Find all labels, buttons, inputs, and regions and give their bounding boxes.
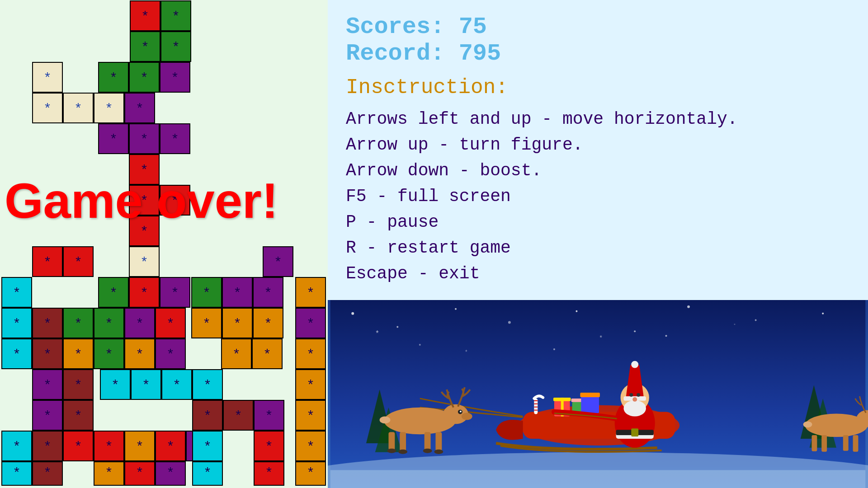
svg-point-173 bbox=[822, 313, 824, 314]
svg-text:*: * bbox=[307, 440, 315, 455]
svg-point-207 bbox=[632, 397, 637, 402]
record-display: Record: 795 bbox=[346, 40, 850, 67]
svg-point-169 bbox=[576, 310, 577, 312]
svg-text:*: * bbox=[263, 347, 271, 363]
right-panel: Scores: 75 Record: 795 Insctruction: Arr… bbox=[328, 0, 868, 488]
svg-text:*: * bbox=[166, 466, 175, 481]
svg-text:*: * bbox=[233, 286, 241, 301]
svg-rect-229 bbox=[853, 435, 859, 452]
svg-text:*: * bbox=[105, 466, 113, 481]
svg-text:*: * bbox=[203, 317, 211, 332]
svg-rect-214 bbox=[400, 432, 406, 451]
info-panel: Scores: 75 Record: 795 Insctruction: Arr… bbox=[328, 0, 868, 300]
svg-text:*: * bbox=[109, 71, 118, 86]
svg-text:*: * bbox=[375, 330, 380, 338]
svg-text:*: * bbox=[265, 440, 273, 455]
svg-text:*: * bbox=[136, 317, 144, 332]
santa-panel: * * * * bbox=[328, 300, 868, 488]
svg-text:*: * bbox=[203, 378, 212, 394]
instruction-line-2: Arrow up - turn figure. bbox=[346, 132, 850, 158]
svg-point-167 bbox=[455, 308, 457, 310]
svg-point-174 bbox=[419, 344, 421, 346]
svg-point-206 bbox=[637, 393, 640, 397]
svg-text:*: * bbox=[43, 466, 52, 481]
game-over-label: Game over! bbox=[5, 172, 278, 229]
svg-text:*: * bbox=[111, 378, 119, 394]
svg-text:*: * bbox=[234, 409, 242, 424]
svg-text:*: * bbox=[166, 347, 175, 363]
scores-display: Scores: 75 bbox=[346, 14, 850, 40]
svg-text:*: * bbox=[142, 378, 150, 394]
svg-rect-226 bbox=[811, 435, 817, 451]
svg-text:*: * bbox=[13, 286, 21, 301]
svg-rect-194 bbox=[581, 396, 599, 413]
svg-text:*: * bbox=[171, 132, 179, 148]
svg-text:*: * bbox=[465, 349, 468, 356]
svg-text:*: * bbox=[140, 71, 148, 86]
svg-point-217 bbox=[387, 449, 396, 453]
tetris-grid: * * * * * * * * * * * * * * * * bbox=[0, 0, 328, 488]
svg-point-170 bbox=[634, 330, 636, 332]
svg-rect-227 bbox=[821, 435, 827, 452]
svg-text:*: * bbox=[74, 317, 82, 332]
svg-text:*: * bbox=[43, 440, 52, 455]
svg-text:*: * bbox=[43, 71, 52, 86]
svg-text:*: * bbox=[232, 347, 241, 363]
svg-text:*: * bbox=[599, 335, 603, 342]
svg-rect-182 bbox=[330, 470, 866, 488]
svg-text:*: * bbox=[264, 286, 272, 301]
svg-rect-195 bbox=[580, 393, 600, 397]
svg-point-230 bbox=[803, 421, 812, 427]
svg-point-176 bbox=[665, 335, 667, 337]
svg-point-205 bbox=[629, 393, 633, 397]
svg-text:*: * bbox=[733, 323, 736, 328]
svg-text:*: * bbox=[43, 347, 52, 363]
instruction-line-7: Escape - exit bbox=[346, 261, 850, 286]
svg-text:*: * bbox=[140, 132, 148, 148]
svg-rect-213 bbox=[388, 432, 395, 450]
svg-text:*: * bbox=[140, 255, 148, 271]
svg-text:*: * bbox=[74, 347, 82, 363]
svg-point-175 bbox=[553, 348, 555, 350]
instruction-line-4: F5 - full screen bbox=[346, 183, 850, 209]
svg-text:*: * bbox=[203, 286, 211, 301]
svg-text:*: * bbox=[13, 347, 21, 363]
game-board: Game over! * * * * * * * * * * * * * bbox=[0, 0, 328, 488]
svg-text:*: * bbox=[203, 440, 212, 455]
svg-text:*: * bbox=[43, 317, 52, 332]
svg-text:*: * bbox=[264, 317, 272, 332]
svg-text:*: * bbox=[43, 409, 52, 424]
svg-point-165 bbox=[351, 312, 354, 315]
svg-text:*: * bbox=[203, 409, 212, 424]
svg-point-166 bbox=[396, 326, 398, 328]
svg-text:*: * bbox=[43, 102, 52, 117]
svg-text:*: * bbox=[109, 286, 118, 301]
instruction-line-5: P - pause bbox=[346, 209, 850, 235]
svg-point-212 bbox=[460, 411, 462, 413]
svg-text:*: * bbox=[74, 255, 82, 271]
svg-text:*: * bbox=[13, 317, 21, 332]
svg-text:*: * bbox=[307, 286, 315, 301]
svg-point-210 bbox=[462, 413, 472, 420]
svg-rect-228 bbox=[843, 435, 849, 451]
svg-text:*: * bbox=[203, 466, 212, 481]
svg-text:*: * bbox=[43, 378, 52, 394]
svg-text:*: * bbox=[141, 40, 149, 56]
svg-text:*: * bbox=[74, 440, 82, 455]
scores-section: Scores: 75 Record: 795 bbox=[346, 14, 850, 67]
svg-text:*: * bbox=[307, 378, 315, 394]
svg-text:*: * bbox=[136, 466, 144, 481]
svg-text:*: * bbox=[233, 317, 241, 332]
svg-text:*: * bbox=[307, 466, 315, 481]
svg-text:*: * bbox=[172, 40, 180, 56]
svg-text:*: * bbox=[140, 286, 148, 301]
svg-point-168 bbox=[508, 321, 511, 324]
instruction-body: Arrows left and up - move horizontaly. A… bbox=[346, 106, 850, 286]
instruction-line-3: Arrow down - boost. bbox=[346, 158, 850, 183]
svg-text:*: * bbox=[105, 317, 113, 332]
svg-text:*: * bbox=[171, 286, 179, 301]
svg-text:*: * bbox=[265, 409, 273, 424]
svg-text:*: * bbox=[307, 409, 315, 424]
instruction-line-6: R - restart game bbox=[346, 235, 850, 261]
svg-text:*: * bbox=[13, 440, 21, 455]
